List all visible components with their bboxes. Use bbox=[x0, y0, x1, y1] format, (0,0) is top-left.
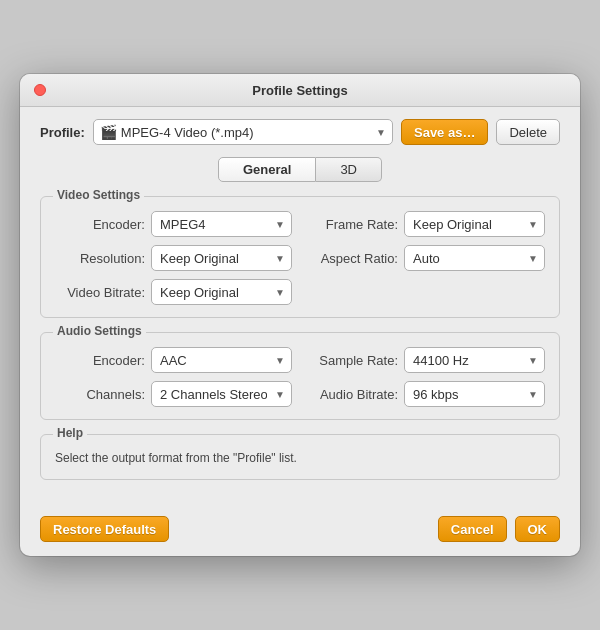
traffic-lights bbox=[34, 84, 82, 96]
video-bitrate-select-wrap: Keep Original 1 Mbps ▼ bbox=[151, 279, 292, 305]
video-settings-section: Video Settings Encoder: MPEG4 H.264 H.26… bbox=[40, 196, 560, 318]
profile-row: Profile: 🎬 MPEG-4 Video (*.mp4) ▼ Save a… bbox=[40, 119, 560, 145]
sample-rate-select[interactable]: 44100 Hz 22050 Hz 48000 Hz bbox=[404, 347, 545, 373]
tab-3d[interactable]: 3D bbox=[316, 157, 382, 182]
help-section: Help Select the output format from the "… bbox=[40, 434, 560, 480]
encoder-row: Encoder: MPEG4 H.264 H.265 ▼ bbox=[55, 211, 292, 237]
audio-encoder-label: Encoder: bbox=[55, 353, 145, 368]
video-settings-title: Video Settings bbox=[53, 188, 144, 202]
window-title: Profile Settings bbox=[252, 83, 347, 98]
help-title: Help bbox=[53, 426, 87, 440]
tabs-row: General 3D bbox=[40, 157, 560, 182]
sample-rate-select-wrap: 44100 Hz 22050 Hz 48000 Hz ▼ bbox=[404, 347, 545, 373]
video-bitrate-row: Video Bitrate: Keep Original 1 Mbps ▼ bbox=[55, 279, 292, 305]
audio-settings-grid: Encoder: AAC MP3 FLAC ▼ Sample Rate: bbox=[55, 347, 545, 407]
aspect-ratio-select[interactable]: Auto 16:9 4:3 bbox=[404, 245, 545, 271]
frame-rate-label: Frame Rate: bbox=[308, 217, 398, 232]
title-bar: Profile Settings bbox=[20, 74, 580, 107]
audio-settings-title: Audio Settings bbox=[53, 324, 146, 338]
resolution-select-wrap: Keep Original 1920x1080 ▼ bbox=[151, 245, 292, 271]
restore-defaults-button[interactable]: Restore Defaults bbox=[40, 516, 169, 542]
audio-encoder-row: Encoder: AAC MP3 FLAC ▼ bbox=[55, 347, 292, 373]
chevron-down-icon: ▼ bbox=[376, 127, 386, 138]
tab-general[interactable]: General bbox=[218, 157, 316, 182]
audio-settings-section: Audio Settings Encoder: AAC MP3 FLAC ▼ bbox=[40, 332, 560, 420]
channels-label: Channels: bbox=[55, 387, 145, 402]
audio-bitrate-row: Audio Bitrate: 96 kbps 128 kbps 192 kbps… bbox=[308, 381, 545, 407]
help-text: Select the output format from the "Profi… bbox=[55, 449, 545, 467]
close-button[interactable] bbox=[34, 84, 46, 96]
profile-icon: 🎬 bbox=[100, 124, 117, 140]
audio-encoder-select[interactable]: AAC MP3 FLAC bbox=[151, 347, 292, 373]
encoder-select[interactable]: MPEG4 H.264 H.265 bbox=[151, 211, 292, 237]
save-as-button[interactable]: Save as… bbox=[401, 119, 488, 145]
bottom-bar: Restore Defaults Cancel OK bbox=[20, 510, 580, 556]
video-bitrate-select[interactable]: Keep Original 1 Mbps bbox=[151, 279, 292, 305]
audio-bitrate-select-wrap: 96 kbps 128 kbps 192 kbps ▼ bbox=[404, 381, 545, 407]
bottom-right-buttons: Cancel OK bbox=[438, 516, 560, 542]
frame-rate-select[interactable]: Keep Original 24 30 bbox=[404, 211, 545, 237]
encoder-select-wrap: MPEG4 H.264 H.265 ▼ bbox=[151, 211, 292, 237]
settings-content: Profile: 🎬 MPEG-4 Video (*.mp4) ▼ Save a… bbox=[20, 107, 580, 510]
profile-select[interactable]: MPEG-4 Video (*.mp4) bbox=[121, 120, 372, 144]
resolution-select[interactable]: Keep Original 1920x1080 bbox=[151, 245, 292, 271]
delete-button[interactable]: Delete bbox=[496, 119, 560, 145]
video-bitrate-label: Video Bitrate: bbox=[55, 285, 145, 300]
resolution-label: Resolution: bbox=[55, 251, 145, 266]
encoder-label: Encoder: bbox=[55, 217, 145, 232]
profile-select-wrap: 🎬 MPEG-4 Video (*.mp4) ▼ bbox=[93, 119, 393, 145]
aspect-ratio-label: Aspect Ratio: bbox=[308, 251, 398, 266]
audio-encoder-select-wrap: AAC MP3 FLAC ▼ bbox=[151, 347, 292, 373]
cancel-button[interactable]: Cancel bbox=[438, 516, 507, 542]
frame-rate-select-wrap: Keep Original 24 30 ▼ bbox=[404, 211, 545, 237]
channels-row: Channels: 2 Channels Stereo 1 Channel Mo… bbox=[55, 381, 292, 407]
channels-select[interactable]: 2 Channels Stereo 1 Channel Mono bbox=[151, 381, 292, 407]
audio-bitrate-select[interactable]: 96 kbps 128 kbps 192 kbps bbox=[404, 381, 545, 407]
sample-rate-row: Sample Rate: 44100 Hz 22050 Hz 48000 Hz … bbox=[308, 347, 545, 373]
audio-bitrate-label: Audio Bitrate: bbox=[308, 387, 398, 402]
frame-rate-row: Frame Rate: Keep Original 24 30 ▼ bbox=[308, 211, 545, 237]
resolution-row: Resolution: Keep Original 1920x1080 ▼ bbox=[55, 245, 292, 271]
profile-label: Profile: bbox=[40, 125, 85, 140]
channels-select-wrap: 2 Channels Stereo 1 Channel Mono ▼ bbox=[151, 381, 292, 407]
profile-settings-window: Profile Settings Profile: 🎬 MPEG-4 Video… bbox=[20, 74, 580, 556]
video-settings-grid: Encoder: MPEG4 H.264 H.265 ▼ Frame Rate: bbox=[55, 211, 545, 305]
aspect-ratio-row: Aspect Ratio: Auto 16:9 4:3 ▼ bbox=[308, 245, 545, 271]
aspect-ratio-select-wrap: Auto 16:9 4:3 ▼ bbox=[404, 245, 545, 271]
sample-rate-label: Sample Rate: bbox=[308, 353, 398, 368]
ok-button[interactable]: OK bbox=[515, 516, 561, 542]
